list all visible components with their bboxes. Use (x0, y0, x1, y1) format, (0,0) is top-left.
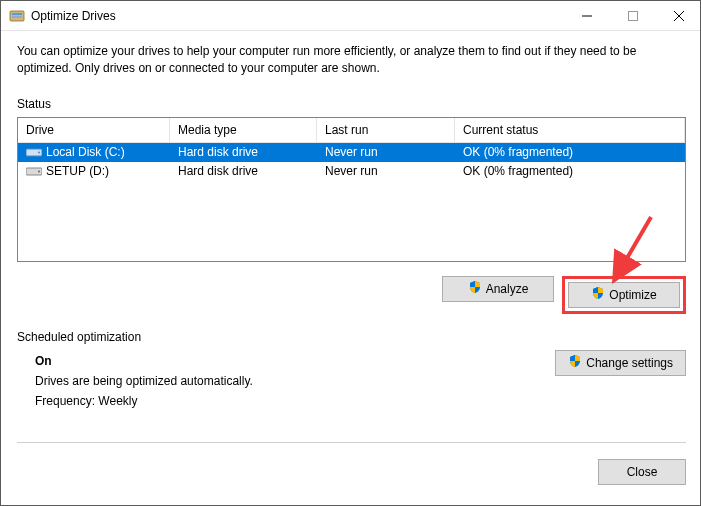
optimize-label: Optimize (609, 288, 656, 302)
app-icon (9, 8, 25, 24)
hdd-icon (26, 165, 42, 177)
current-status: OK (0% fragmented) (455, 164, 685, 178)
divider (17, 442, 686, 443)
shield-icon (468, 280, 482, 297)
status-label: Status (17, 97, 686, 111)
table-row[interactable]: Local Disk (C:) Hard disk drive Never ru… (18, 143, 685, 162)
window-title: Optimize Drives (31, 9, 564, 23)
current-status: OK (0% fragmented) (455, 145, 685, 159)
analyze-button[interactable]: Analyze (442, 276, 554, 302)
drive-name: Local Disk (C:) (46, 145, 125, 159)
column-last-run[interactable]: Last run (317, 118, 455, 142)
close-button[interactable] (656, 1, 701, 30)
drive-name: SETUP (D:) (46, 164, 109, 178)
maximize-button[interactable] (610, 1, 656, 30)
column-media-type[interactable]: Media type (170, 118, 317, 142)
schedule-description: Drives are being optimized automatically… (35, 374, 555, 388)
last-run: Never run (317, 164, 455, 178)
hdd-icon (26, 146, 42, 158)
svg-point-10 (38, 171, 40, 173)
analyze-label: Analyze (486, 282, 529, 296)
schedule-state: On (35, 354, 555, 368)
minimize-button[interactable] (564, 1, 610, 30)
shield-icon (568, 354, 582, 371)
schedule-section: On Drives are being optimized automatica… (17, 350, 686, 414)
window-controls (564, 1, 701, 30)
svg-rect-2 (12, 16, 22, 18)
table-header: Drive Media type Last run Current status (18, 118, 685, 143)
drives-table: Drive Media type Last run Current status… (17, 117, 686, 262)
change-settings-label: Change settings (586, 356, 673, 370)
svg-point-8 (38, 152, 40, 154)
media-type: Hard disk drive (170, 164, 317, 178)
action-buttons: Analyze Optimize (17, 276, 686, 314)
close-label: Close (627, 465, 658, 479)
schedule-label: Scheduled optimization (17, 330, 686, 344)
column-current-status[interactable]: Current status (455, 118, 685, 142)
bottom-buttons: Close (1, 459, 701, 497)
shield-icon (591, 286, 605, 303)
optimize-button[interactable]: Optimize (568, 282, 680, 308)
media-type: Hard disk drive (170, 145, 317, 159)
intro-text: You can optimize your drives to help you… (17, 43, 686, 77)
column-drive[interactable]: Drive (18, 118, 170, 142)
svg-rect-1 (12, 13, 22, 15)
schedule-frequency: Frequency: Weekly (35, 394, 555, 408)
svg-rect-4 (629, 11, 638, 20)
change-settings-button[interactable]: Change settings (555, 350, 686, 376)
close-dialog-button[interactable]: Close (598, 459, 686, 485)
table-row[interactable]: SETUP (D:) Hard disk drive Never run OK … (18, 162, 685, 181)
last-run: Never run (317, 145, 455, 159)
titlebar: Optimize Drives (1, 1, 701, 31)
highlight-annotation: Optimize (562, 276, 686, 314)
